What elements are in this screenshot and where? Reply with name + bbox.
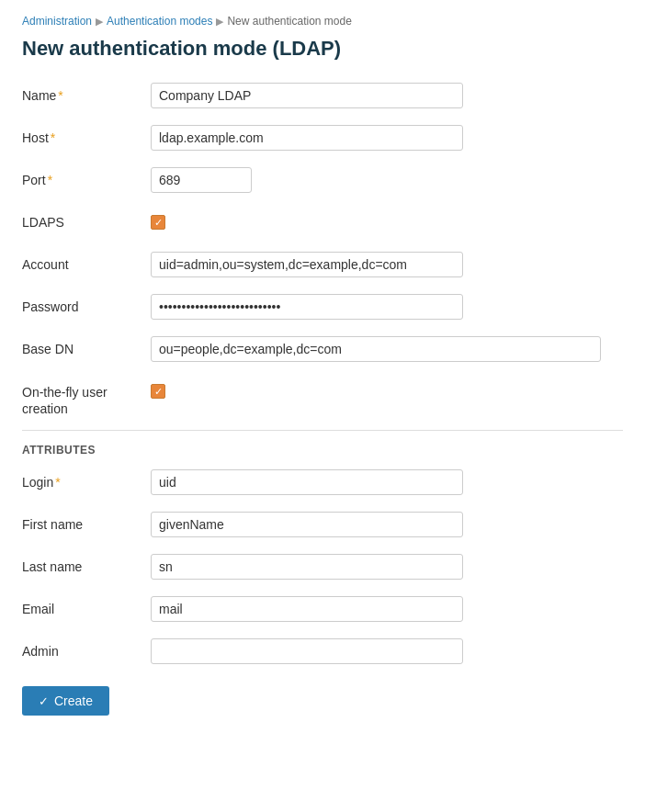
firstname-row: First name — [22, 512, 623, 541]
name-input[interactable] — [151, 83, 463, 108]
email-input[interactable] — [151, 596, 463, 622]
name-row: Name* — [22, 83, 623, 112]
onthefly-row: On-the-fly user creation ✓ — [22, 378, 623, 417]
account-input[interactable] — [151, 252, 463, 277]
port-row: Port* — [22, 167, 623, 197]
email-row: Email — [22, 596, 623, 626]
check-icon: ✓ — [39, 694, 49, 708]
breadcrumb-sep-1: ▶ — [96, 16, 103, 28]
host-label: Host* — [22, 125, 151, 145]
lastname-label: Last name — [22, 554, 151, 574]
account-label: Account — [22, 252, 151, 272]
firstname-input[interactable] — [151, 512, 463, 537]
breadcrumb-sep-2: ▶ — [216, 16, 223, 28]
breadcrumb-admin[interactable]: Administration — [22, 15, 92, 28]
lastname-input[interactable] — [151, 554, 463, 580]
onthefly-checkmark: ✓ — [154, 387, 163, 397]
onthefly-label: On-the-fly user creation — [22, 378, 151, 417]
attributes-divider — [22, 430, 623, 431]
lastname-row: Last name — [22, 554, 623, 583]
port-label: Port* — [22, 167, 151, 187]
account-row: Account — [22, 252, 623, 281]
ldaps-checkmark: ✓ — [154, 218, 163, 228]
breadcrumb: Administration ▶ Authentication modes ▶ … — [22, 15, 623, 28]
ldaps-checkbox[interactable]: ✓ — [151, 215, 165, 230]
page-title: New authentication mode (LDAP) — [22, 37, 623, 61]
password-label: Password — [22, 294, 151, 314]
email-label: Email — [22, 596, 151, 616]
basedn-row: Base DN — [22, 336, 623, 366]
breadcrumb-current: New authentication mode — [227, 15, 351, 28]
basedn-input[interactable] — [151, 336, 601, 362]
onthefly-checkbox[interactable]: ✓ — [151, 384, 165, 399]
breadcrumb-auth-modes[interactable]: Authentication modes — [107, 15, 212, 28]
create-button[interactable]: ✓ Create — [22, 686, 109, 716]
attributes-heading: ATTRIBUTES — [22, 444, 623, 457]
admin-input[interactable] — [151, 638, 463, 664]
ldaps-row: LDAPS ✓ — [22, 209, 623, 239]
auth-mode-form: Name* Host* Port* LDAPS ✓ Account Passwo… — [22, 83, 623, 417]
host-row: Host* — [22, 125, 623, 154]
port-input[interactable] — [151, 167, 252, 193]
create-button-label: Create — [54, 694, 93, 708]
login-label: Login* — [22, 469, 151, 490]
login-row: Login* — [22, 469, 623, 499]
password-row: Password — [22, 294, 623, 323]
host-input[interactable] — [151, 125, 463, 151]
firstname-label: First name — [22, 512, 151, 532]
admin-row: Admin — [22, 638, 623, 668]
ldaps-label: LDAPS — [22, 209, 151, 230]
login-input[interactable] — [151, 469, 463, 495]
password-input[interactable] — [151, 294, 463, 320]
basedn-label: Base DN — [22, 336, 151, 356]
name-label: Name* — [22, 83, 151, 103]
admin-label: Admin — [22, 638, 151, 659]
